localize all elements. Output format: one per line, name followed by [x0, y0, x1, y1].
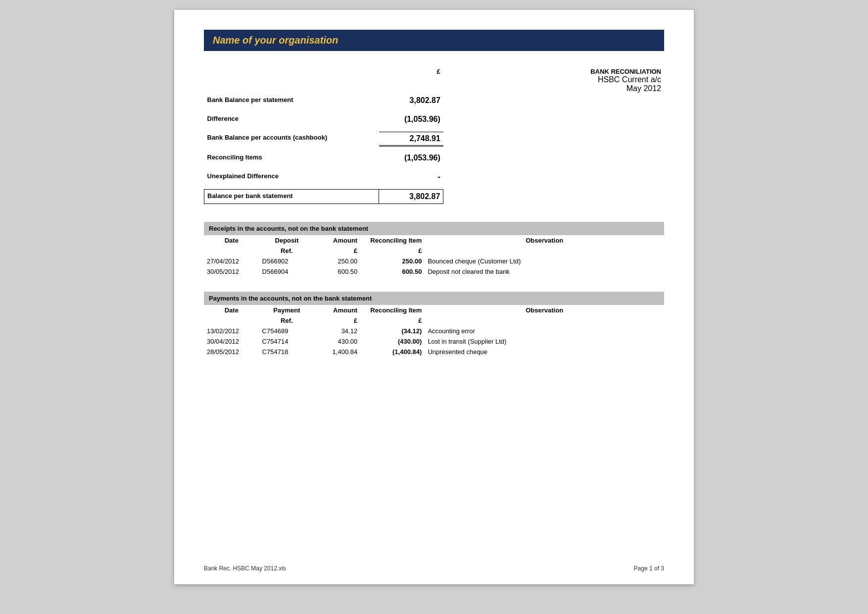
empty-cell [443, 132, 664, 146]
table-row: 30/04/2012 C754714 430.00 (430.00) Lost … [204, 336, 664, 347]
receipts-section-header: Receipts in the accounts, not on the ban… [204, 222, 664, 235]
payments-header-row1: Date Payment Amount Reconciling Item Obs… [204, 305, 664, 315]
spacer [204, 164, 665, 170]
cell-amount: 600.50 [314, 266, 360, 277]
col-recon: Reconciling Item [360, 305, 425, 315]
report-subtitle2: May 2012 [446, 84, 661, 93]
table-row: 28/05/2012 C754718 1,400.84 (1,400.84) U… [204, 347, 664, 357]
cell-date: 30/05/2012 [204, 266, 259, 277]
col-date-sub [204, 315, 259, 326]
org-name: Name of your organisation [213, 35, 338, 46]
cell-obs: Deposit not cleared the bank [425, 266, 664, 277]
bank-balance-value: 3,802.87 [379, 94, 443, 107]
cell-date: 28/05/2012 [204, 347, 259, 357]
cell-amount: 34.12 [314, 326, 360, 336]
summary-section: £ BANK RECONILIATION HSBC Current a/c Ma… [204, 66, 664, 204]
unexplained-label: Unexplained Difference [204, 170, 379, 183]
table-row: 13/02/2012 C754689 34.12 (34.12) Account… [204, 326, 664, 336]
balance-bank-value: 3,802.87 [379, 189, 443, 204]
empty-cell [204, 66, 379, 94]
report-subtitle1: HSBC Current a/c [446, 75, 661, 84]
cell-recon: (1,400.84) [360, 347, 425, 357]
header-row: £ BANK RECONILIATION HSBC Current a/c Ma… [204, 66, 665, 94]
cell-date: 30/04/2012 [204, 336, 259, 347]
balance-bank-row: Balance per bank statement 3,802.87 [204, 189, 665, 204]
footer-filename: Bank Rec. HSBC May 2012.xls [204, 565, 286, 572]
cell-ref: D566902 [259, 256, 315, 266]
col-obs-sub [425, 246, 664, 256]
org-header: Name of your organisation [204, 30, 664, 51]
cell-recon: (34.12) [360, 326, 425, 336]
page-footer: Bank Rec. HSBC May 2012.xls Page 1 of 3 [204, 565, 664, 572]
col-obs-sub [425, 315, 664, 326]
cell-obs: Bounced cheque (Customer Ltd) [425, 256, 664, 266]
spacer [204, 107, 665, 113]
empty-cell [443, 113, 664, 126]
col-recon: Reconciling Item [360, 235, 425, 246]
empty-cell [443, 94, 664, 107]
col-ref-sub: Ref. [259, 315, 315, 326]
spacer-div2 [204, 287, 664, 292]
balance-bank-label: Balance per bank statement [204, 189, 379, 204]
col-amount: Amount [314, 305, 360, 315]
table-row: 27/04/2012 D566902 250.00 250.00 Bounced… [204, 256, 664, 266]
spacer [204, 183, 665, 189]
reconciling-row: Reconciling Items (1,053.96) [204, 152, 665, 164]
unexplained-value: - [379, 170, 443, 183]
bank-balance-label: Bank Balance per statement [204, 94, 379, 107]
empty-cell [443, 189, 664, 204]
col-recon-sub: £ [360, 315, 425, 326]
report-title: BANK RECONILIATION [446, 68, 661, 75]
cashbook-value: 2,748.91 [379, 132, 443, 146]
reconciling-value: (1,053.96) [379, 152, 443, 164]
report-header-block: BANK RECONILIATION HSBC Current a/c May … [443, 66, 664, 94]
spacer-div [204, 214, 664, 222]
cell-recon: 250.00 [360, 256, 425, 266]
difference-row: Difference (1,053.96) [204, 113, 665, 126]
col-amount: Amount [314, 235, 360, 246]
spacer [204, 126, 665, 132]
cell-amount: 430.00 [314, 336, 360, 347]
cell-recon: 600.50 [360, 266, 425, 277]
col-date-sub [204, 246, 259, 256]
col-date: Date [204, 305, 259, 315]
difference-label: Difference [204, 113, 379, 126]
col-amount-sub: £ [314, 315, 360, 326]
col-recon-sub: £ [360, 246, 425, 256]
cashbook-label: Bank Balance per accounts (cashbook) [204, 132, 379, 146]
cell-ref: C754718 [259, 347, 315, 357]
table-row: 30/05/2012 D566904 600.50 600.50 Deposit… [204, 266, 664, 277]
col-amount-sub: £ [314, 246, 360, 256]
cell-obs: Unpresented cheque [425, 347, 664, 357]
cell-recon: (430.00) [360, 336, 425, 347]
payments-section: Payments in the accounts, not on the ban… [204, 292, 664, 357]
col-deposit: Deposit [259, 235, 315, 246]
col-date: Date [204, 235, 259, 246]
receipts-header-row1: Date Deposit Amount Reconciling Item Obs… [204, 235, 664, 246]
cell-ref: D566904 [259, 266, 315, 277]
spacer [204, 146, 665, 152]
receipts-table: Date Deposit Amount Reconciling Item Obs… [204, 235, 664, 277]
document-page: Name of your organisation £ BANK RECONIL… [174, 10, 694, 584]
bank-balance-row: Bank Balance per statement 3,802.87 [204, 94, 665, 107]
cell-date: 13/02/2012 [204, 326, 259, 336]
col-obs: Observation [425, 305, 664, 315]
currency-header: £ [379, 66, 443, 94]
empty-cell [443, 170, 664, 183]
payments-table: Date Payment Amount Reconciling Item Obs… [204, 305, 664, 357]
summary-table: £ BANK RECONILIATION HSBC Current a/c Ma… [204, 66, 664, 204]
cell-ref: C754689 [259, 326, 315, 336]
empty-cell [443, 152, 664, 164]
receipts-header-row2: Ref. £ £ [204, 246, 664, 256]
cell-amount: 1,400.84 [314, 347, 360, 357]
reconciling-label: Reconciling Items [204, 152, 379, 164]
unexplained-row: Unexplained Difference - [204, 170, 665, 183]
payments-section-header: Payments in the accounts, not on the ban… [204, 292, 664, 305]
cell-obs: Accounting error [425, 326, 664, 336]
col-payment: Payment [259, 305, 315, 315]
cell-date: 27/04/2012 [204, 256, 259, 266]
cell-amount: 250.00 [314, 256, 360, 266]
col-obs: Observation [425, 235, 664, 246]
cell-ref: C754714 [259, 336, 315, 347]
payments-header-row2: Ref. £ £ [204, 315, 664, 326]
